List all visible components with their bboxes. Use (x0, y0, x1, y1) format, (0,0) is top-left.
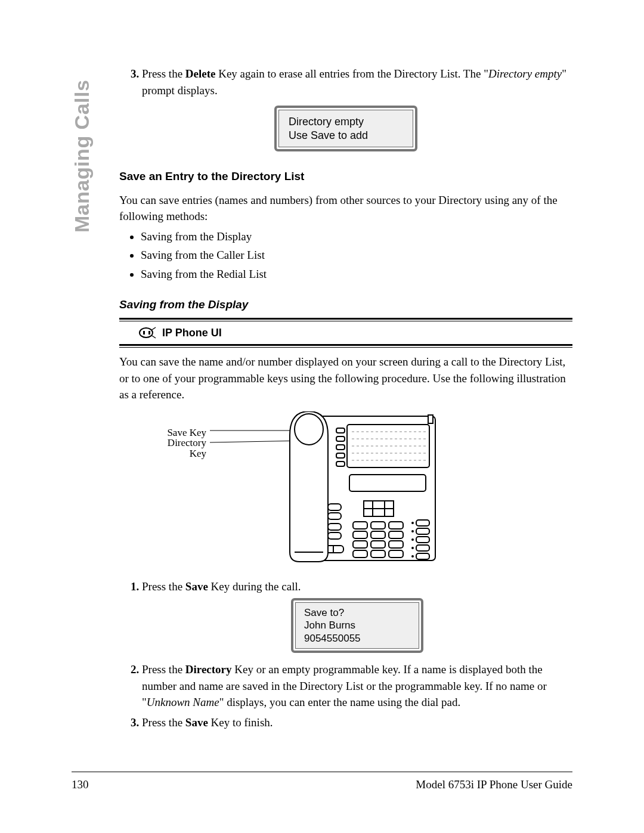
svg-rect-36 (353, 550, 367, 558)
step-3: Press the Delete Key again to erase all … (142, 66, 572, 98)
svg-rect-38 (389, 550, 403, 558)
heading-saving-from-display: Saving from the Display (119, 296, 572, 313)
svg-rect-35 (389, 541, 403, 548)
sidebar-tab: Managing Calls (70, 80, 94, 233)
svg-point-48 (411, 555, 414, 558)
svg-point-0 (140, 328, 153, 337)
svg-rect-30 (353, 531, 367, 538)
svg-rect-37 (371, 550, 385, 558)
main-content: Press the Delete Key again to erase all … (119, 66, 572, 730)
svg-rect-31 (371, 531, 385, 538)
svg-point-45 (411, 530, 414, 532)
lcd-inner: Directory empty Use Save to add (278, 110, 413, 147)
text: Press the (142, 663, 185, 676)
text: Key again to erase all entries from the … (215, 67, 488, 80)
top-steps: Press the Delete Key again to erase all … (119, 66, 572, 98)
save-key-name: Save (185, 716, 208, 729)
svg-point-46 (411, 538, 414, 541)
ip-phone-ui-label: IP Phone UI (162, 325, 222, 340)
step-1b: Press the Save Key during the call. Save… (142, 578, 572, 653)
step-3b: Press the Save Key to finish. (142, 714, 572, 731)
svg-rect-2 (148, 331, 150, 335)
lcd-line: John Burns (304, 619, 410, 631)
lcd-line: Directory empty (289, 115, 403, 129)
svg-rect-43 (416, 553, 429, 559)
lcd-line: Use Save to add (289, 129, 403, 143)
saving-display-paragraph: You can save the name and/or number disp… (119, 354, 572, 403)
svg-rect-15 (336, 453, 345, 458)
page-number: 130 (72, 778, 89, 791)
sidebar-tab-text: Managing Calls (70, 80, 93, 233)
unknown-name: Unknown Name (147, 696, 219, 708)
list-item: Saving from the Caller List (141, 247, 572, 264)
lcd-line: Save to? (304, 606, 410, 619)
svg-rect-33 (353, 541, 367, 548)
svg-rect-40 (416, 528, 429, 534)
svg-rect-16 (336, 462, 345, 466)
svg-point-50 (295, 414, 323, 445)
ip-phone-ui-row: IP Phone UI (119, 321, 572, 344)
svg-rect-34 (371, 541, 385, 548)
lcd-screen-1: Directory empty Use Save to add (274, 106, 417, 151)
svg-rect-17 (349, 475, 426, 491)
step-2b: Press the Directory Key or an empty prog… (142, 661, 572, 711)
directory-key-name: Directory (185, 663, 232, 676)
text: Press the (142, 716, 185, 729)
heading-save-entry: Save an Entry to the Directory List (119, 168, 572, 185)
save-key-name: Save (185, 580, 208, 593)
svg-rect-18 (328, 504, 341, 510)
delete-key-name: Delete (185, 67, 216, 80)
svg-point-44 (411, 522, 414, 524)
list-item: Saving from the Redial List (141, 266, 572, 283)
page-footer: 130 Model 6753i IP Phone User Guide (72, 772, 572, 791)
svg-rect-27 (353, 522, 367, 529)
text: Press the (142, 67, 185, 80)
text: Press the (142, 580, 185, 593)
svg-rect-6 (347, 425, 429, 467)
lcd-screen-2: Save to? John Burns 9054550055 (291, 598, 423, 653)
lcd-inner: Save to? John Burns 9054550055 (295, 602, 419, 649)
svg-rect-12 (336, 428, 345, 433)
text: Key to finish. (208, 716, 273, 729)
svg-rect-20 (328, 524, 341, 530)
save-intro-paragraph: You can save entries (names and numbers)… (119, 192, 572, 225)
text: " displays, you can enter the name using… (219, 696, 461, 708)
svg-rect-49 (428, 415, 433, 423)
phone-illustration: Save Key Directory Key (161, 411, 441, 566)
phone-icon (138, 326, 156, 339)
prompt-name: Directory empty (488, 67, 562, 80)
text: Key during the call. (208, 580, 301, 593)
svg-rect-28 (371, 522, 385, 529)
svg-rect-21 (328, 532, 341, 539)
svg-point-47 (411, 547, 414, 549)
methods-list: Saving from the Display Saving from the … (128, 228, 572, 283)
svg-rect-41 (416, 537, 429, 543)
svg-rect-13 (336, 436, 345, 441)
svg-rect-19 (328, 513, 341, 519)
svg-rect-29 (389, 522, 403, 529)
page: Managing Calls Press the Delete Key agai… (0, 0, 644, 833)
ip-phone-ui-block: IP Phone UI (119, 318, 572, 348)
svg-rect-1 (143, 331, 145, 335)
doc-title: Model 6753i IP Phone User Guide (416, 778, 572, 791)
bottom-steps: Press the Save Key during the call. Save… (119, 578, 572, 730)
lcd-line: 9054550055 (304, 632, 410, 645)
svg-rect-14 (336, 445, 345, 450)
svg-rect-32 (389, 531, 403, 538)
svg-rect-42 (416, 545, 429, 551)
list-item: Saving from the Display (141, 228, 572, 245)
svg-rect-39 (416, 520, 429, 526)
